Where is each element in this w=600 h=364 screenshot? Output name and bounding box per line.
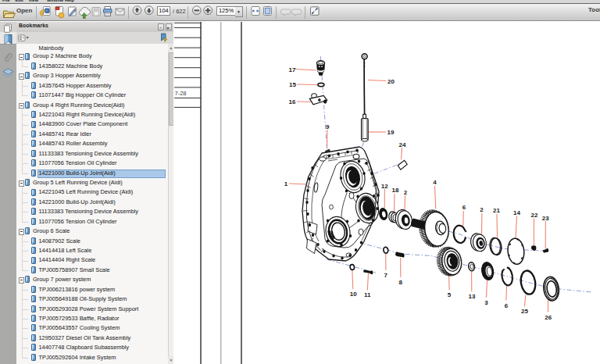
svg-text:22: 22	[531, 212, 538, 219]
svg-text:12: 12	[381, 183, 388, 190]
svg-text:14: 14	[513, 209, 520, 216]
svg-text:2: 2	[404, 189, 408, 196]
svg-text:10: 10	[350, 291, 357, 298]
svg-text:6: 6	[462, 204, 466, 211]
svg-text:7: 7	[384, 272, 388, 279]
svg-text:6: 6	[505, 302, 509, 309]
svg-text:8: 8	[399, 279, 403, 286]
svg-text:2: 2	[480, 206, 484, 213]
svg-text:9: 9	[326, 123, 330, 130]
svg-text:13: 13	[469, 293, 476, 300]
svg-text:11: 11	[364, 291, 371, 298]
svg-text:23: 23	[542, 215, 549, 222]
svg-text:17: 17	[289, 66, 296, 73]
svg-text:7-28: 7-28	[175, 90, 187, 97]
svg-text:19: 19	[388, 129, 395, 136]
svg-text:26: 26	[545, 314, 552, 321]
svg-text:24: 24	[399, 141, 406, 148]
svg-text:16: 16	[289, 98, 296, 105]
svg-text:15: 15	[289, 81, 296, 88]
svg-text:25: 25	[521, 308, 528, 315]
svg-text:1: 1	[284, 180, 288, 187]
svg-text:20: 20	[388, 78, 395, 85]
svg-text:5: 5	[448, 291, 452, 298]
svg-text:18: 18	[392, 187, 399, 194]
svg-text:21: 21	[493, 207, 500, 214]
svg-text:3: 3	[484, 299, 488, 306]
svg-text:4: 4	[433, 179, 437, 186]
